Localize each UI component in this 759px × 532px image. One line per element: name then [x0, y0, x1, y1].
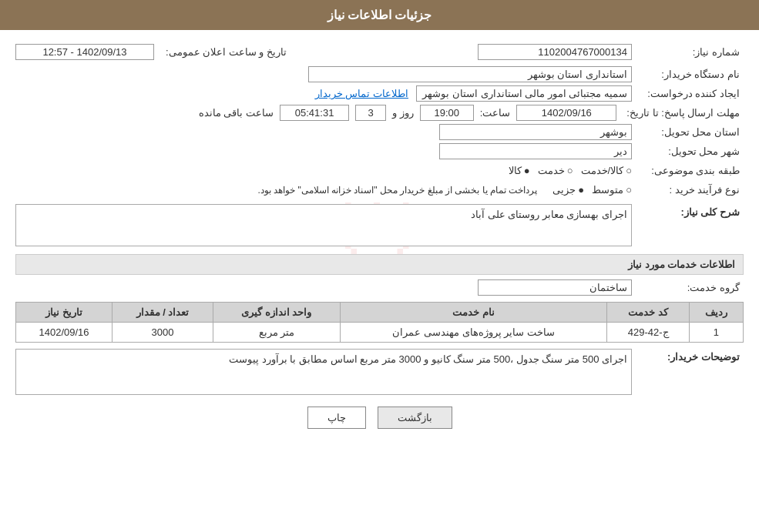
remaining-time: 05:41:31	[280, 105, 349, 121]
cell-row-num: 1	[689, 323, 743, 343]
category-label: طبقه بندی موضوعی:	[640, 162, 744, 179]
days-value: 3	[355, 105, 386, 121]
purchase-note: پرداخت تمام یا بخشی از مبلغ خریدار محل "…	[257, 185, 537, 196]
province-label: استان محل تحویل:	[640, 124, 744, 140]
cell-quantity: 3000	[113, 323, 213, 343]
category-option-2[interactable]: ○ خدمت	[538, 165, 573, 176]
response-deadline-label: مهلت ارسال پاسخ: تا تاریخ:	[623, 105, 744, 121]
services-table: ردیف کد خدمت نام خدمت واحد اندازه گیری ت…	[15, 302, 744, 343]
radio-icon-3: ●	[524, 165, 530, 176]
cell-need-date: 1402/09/16	[16, 323, 113, 343]
back-button[interactable]: بازگشت	[378, 407, 452, 429]
page-header: جزئیات اطلاعات نیاز	[0, 0, 759, 30]
days-label: روز و	[392, 107, 414, 119]
announce-datetime-value: 1402/09/13 - 12:57	[15, 44, 154, 60]
contact-link[interactable]: اطلاعات تماس خریدار	[315, 88, 408, 99]
col-header-row: ردیف	[689, 303, 743, 323]
print-button[interactable]: چاپ	[307, 407, 366, 429]
col-header-unit: واحد اندازه گیری	[213, 303, 340, 323]
cell-service-name: ساخت سایر پروژه‌های مهندسی عمران	[340, 323, 607, 343]
purchase-option-label-2: جزیی	[552, 184, 576, 196]
deadline-time: 19:00	[420, 105, 474, 121]
purchase-option-2[interactable]: ● جزیی	[552, 184, 584, 196]
province-value: بوشهر	[439, 124, 632, 140]
category-option-label-2: خدمت	[538, 165, 565, 176]
cell-service-code: ج-42-429	[607, 323, 689, 343]
col-header-quantity: تعداد / مقدار	[113, 303, 213, 323]
buyer-org-label: نام دستگاه خریدار:	[640, 66, 744, 82]
purchase-type-radio-group: ○ متوسط ● جزیی	[552, 184, 632, 196]
requester-label: ایجاد کننده درخواست:	[640, 85, 744, 102]
service-group-label: گروه خدمت:	[640, 279, 744, 296]
need-desc-value: اجرای بهسازی معابر روستای علی آباد	[15, 204, 632, 246]
requester-value: سمیه مجتبائی امور مالی استانداری استان ب…	[416, 85, 632, 102]
need-number-value: 1102004767000134	[478, 44, 632, 60]
col-header-service-code: کد خدمت	[607, 303, 689, 323]
action-buttons: بازگشت چاپ	[15, 407, 744, 429]
need-desc-label: شرح کلی نیاز:	[640, 204, 744, 220]
col-header-service-name: نام خدمت	[340, 303, 607, 323]
need-number-label: شماره نیاز:	[640, 44, 744, 60]
purchase-radio-icon-2: ●	[578, 184, 584, 196]
buyer-org-value: استانداری استان بوشهر	[308, 66, 632, 82]
buyer-desc-value: اجرای 500 متر سنگ جدول ،500 متر سنگ کانی…	[15, 349, 632, 395]
cell-unit: متر مربع	[213, 323, 340, 343]
purchase-radio-icon-1: ○	[626, 184, 632, 196]
category-option-1[interactable]: ○ کالا/خدمت	[581, 165, 632, 176]
deadline-time-label: ساعت:	[480, 107, 511, 119]
services-section-title: اطلاعات خدمات مورد نیاز	[15, 254, 744, 275]
buyer-desc-label: توضیحات خریدار:	[640, 349, 744, 365]
remaining-label: ساعت باقی مانده	[199, 107, 274, 119]
page-title: جزئیات اطلاعات نیاز	[327, 8, 432, 22]
announce-datetime-label: تاریخ و ساعت اعلان عمومی:	[162, 44, 291, 60]
category-option-3[interactable]: ● کالا	[509, 165, 530, 176]
city-value: دیر	[439, 143, 632, 159]
radio-icon-2: ○	[567, 165, 573, 176]
category-option-label-3: کالا	[509, 165, 522, 176]
service-group-value: ساختمان	[478, 279, 632, 296]
category-option-label-1: کالا/خدمت	[581, 165, 624, 176]
purchase-option-1[interactable]: ○ متوسط	[592, 184, 632, 196]
city-label: شهر محل تحویل:	[640, 143, 744, 159]
category-radio-group: ○ کالا/خدمت ○ خدمت ● کالا	[509, 165, 632, 176]
radio-icon-1: ○	[626, 165, 632, 176]
col-header-need-date: تاریخ نیاز	[16, 303, 113, 323]
table-row: 1 ج-42-429 ساخت سایر پروژه‌های مهندسی عم…	[16, 323, 744, 343]
purchase-type-label: نوع فرآیند خرید :	[640, 182, 744, 198]
deadline-date: 1402/09/16	[516, 105, 616, 121]
purchase-option-label-1: متوسط	[592, 184, 623, 196]
